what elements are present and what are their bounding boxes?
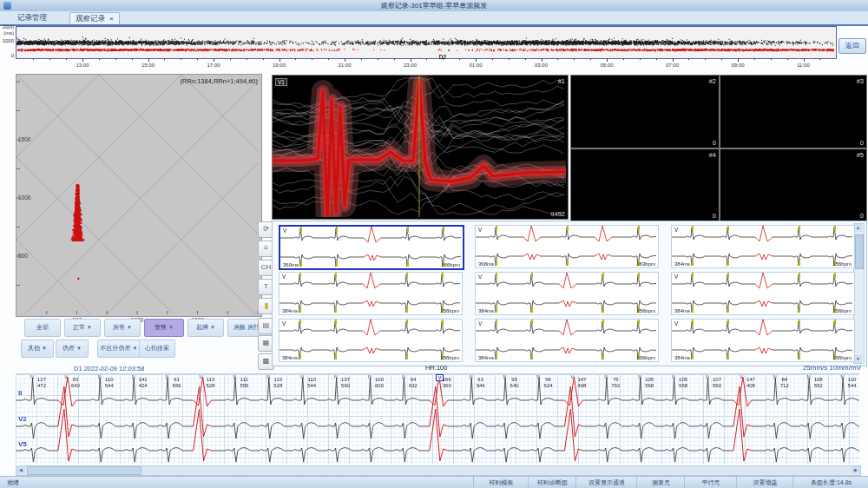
time-tick-label: 17:00: [207, 63, 220, 68]
rr-ymax-label: 2000: [0, 24, 14, 30]
status-ready: 就绪: [7, 477, 19, 488]
filter-button-1-0[interactable]: 全部: [24, 319, 61, 337]
pvc-strip-cell-5[interactable]: V384ms156bpm: [671, 272, 855, 315]
scroll-right-icon[interactable]: ▶: [852, 466, 860, 473]
scroll-left-icon[interactable]: ◀: [16, 466, 25, 473]
time-tick-label: 11:00: [797, 63, 810, 68]
ecg-scrollbar[interactable]: ◀ ▶: [16, 465, 861, 476]
scroll-down-icon[interactable]: ▼: [854, 355, 862, 363]
minor-tick: [378, 58, 378, 60]
tab-0[interactable]: 记录管理: [12, 12, 52, 23]
template-main-panel[interactable]: V1 #1 9452: [272, 75, 569, 220]
status-button-3[interactable]: 测量尺: [636, 477, 685, 488]
minor-tick: [115, 58, 116, 60]
chevron-down-icon[interactable]: ▼: [42, 346, 47, 351]
chevron-down-icon[interactable]: ▼: [168, 325, 174, 330]
major-tick: [279, 58, 280, 62]
poincare-plot[interactable]: (RRn:1384,RRn+1:494,#0) 1500 1000 500: [16, 74, 262, 317]
status-bar: 就绪 转到模板转到诊断图设置显示通道测量尺平行尺设置增益条图长度:14.8s: [0, 476, 868, 488]
time-tick-label: 23:00: [404, 63, 417, 68]
major-tick: [345, 58, 345, 62]
chevron-down-icon[interactable]: ▼: [210, 325, 215, 330]
pvc-strip-cell-6[interactable]: V384ms156bpm: [279, 319, 463, 362]
time-tick-label: 15:00: [141, 63, 155, 68]
status-button-4[interactable]: 平行尺: [684, 477, 737, 488]
filter-button-2-2[interactable]: 不区分伪差▼: [97, 340, 141, 358]
beat-marker-v: V: [570, 374, 574, 379]
beat-marker-n: N: [773, 374, 777, 379]
strip-lead-label: V: [478, 320, 482, 326]
template-panel-3[interactable]: #30: [720, 75, 867, 148]
template-panel-5[interactable]: #50: [720, 148, 867, 221]
template-panel-4[interactable]: #40: [570, 148, 720, 221]
minor-tick: [705, 58, 706, 60]
major-tick: [673, 58, 674, 62]
minor-tick: [771, 58, 772, 60]
filter-button-1-2[interactable]: 房性▼: [104, 319, 141, 337]
beat-marker-n: N: [841, 374, 845, 379]
filter-button-2-1[interactable]: 伪差▼: [56, 340, 89, 358]
template-id-label: #3: [857, 77, 864, 85]
template-panel-2[interactable]: #20: [570, 75, 720, 148]
beat-marker-n: N: [300, 374, 304, 379]
strip-coupling-ms: 384ms: [478, 308, 494, 313]
beat-marker-v: V: [740, 374, 743, 379]
time-tick-label: 07:00: [666, 63, 679, 68]
chevron-down-icon[interactable]: ▼: [127, 325, 132, 330]
pvc-strip-cell-2[interactable]: V384ms156bpm: [671, 225, 855, 268]
ecg-hr-label: HR:100: [425, 364, 447, 372]
lead-label-v2: V2: [18, 415, 27, 423]
beat-marker-v[interactable]: V: [436, 374, 444, 381]
title-bar: 观察记录-301室早组-室早单源频发: [0, 0, 868, 12]
filter-button-2-0[interactable]: 其他▼: [21, 340, 54, 358]
scrollbar-thumb[interactable]: [855, 234, 864, 269]
filter-button-2-3[interactable]: 心拍搜索: [139, 340, 175, 358]
beat-marker-v: V: [64, 374, 68, 379]
chevron-down-icon[interactable]: ▼: [87, 325, 92, 330]
template-lead-label: V1: [275, 78, 287, 86]
tab-close-icon[interactable]: ×: [109, 15, 114, 23]
filter-button-1-4[interactable]: 起搏▼: [187, 319, 224, 337]
minor-tick: [132, 58, 133, 60]
scroll-up-icon[interactable]: ▲: [854, 224, 862, 232]
minor-tick: [230, 58, 231, 60]
minor-tick: [688, 58, 689, 60]
poincare-info-label: (RRn:1384,RRn+1:494,#0): [181, 77, 258, 85]
chevron-down-icon[interactable]: ▼: [133, 346, 138, 351]
tab-1[interactable]: 观察记录×: [69, 12, 120, 24]
pvc-strip-cell-8[interactable]: V384ms156bpm: [671, 319, 855, 362]
filter-button-1-3[interactable]: 室性▼: [144, 319, 184, 337]
time-tick-label: 09:00: [731, 63, 744, 68]
pvc-strip-cell-4[interactable]: V384ms156bpm: [475, 272, 659, 315]
status-button-1[interactable]: 转到诊断图: [528, 477, 576, 488]
major-tick: [542, 58, 542, 62]
pvc-strip-cell-1[interactable]: V368ms163bpm: [475, 225, 659, 268]
chevron-down-icon[interactable]: ▼: [76, 346, 82, 351]
minor-tick: [33, 58, 34, 60]
pvc-strip-cell-7[interactable]: V384ms156bpm: [475, 319, 659, 362]
minor-tick: [590, 58, 591, 60]
pvc-strip-cell-3[interactable]: V384ms156bpm: [279, 272, 463, 315]
minor-tick: [721, 58, 722, 60]
status-button-0[interactable]: 转到模板: [473, 477, 529, 488]
status-button-5[interactable]: 设置增益: [736, 477, 793, 488]
filter-button-1-1[interactable]: 正常▼: [64, 319, 101, 337]
rr-unit-label: (ms): [0, 30, 14, 36]
pvc-strip-cell-0[interactable]: V360ms166bpm: [279, 225, 464, 270]
ecg-scrollbar-thumb[interactable]: [27, 466, 141, 475]
ecg-strip[interactable]: 127472N93640V110544N141424N91656N113528V…: [16, 373, 859, 464]
strip-rate-bpm: 156bpm: [440, 355, 459, 360]
major-tick: [411, 58, 411, 62]
status-button-2[interactable]: 设置显示通道: [575, 477, 637, 488]
minor-tick: [197, 58, 198, 60]
time-tick-label: 03:00: [535, 63, 548, 68]
rr-trend-plot[interactable]: [16, 26, 837, 59]
back-button[interactable]: 返回: [838, 38, 866, 54]
template-id-label: #4: [709, 151, 716, 159]
major-tick: [214, 58, 214, 62]
ecg-channel-time: D1 2022-02-09 12:03:58: [74, 365, 144, 373]
minor-tick: [525, 58, 526, 60]
strip-coupling-ms: 360ms: [283, 262, 299, 267]
beat-marker-n: N: [132, 374, 135, 379]
minor-tick: [640, 58, 641, 60]
